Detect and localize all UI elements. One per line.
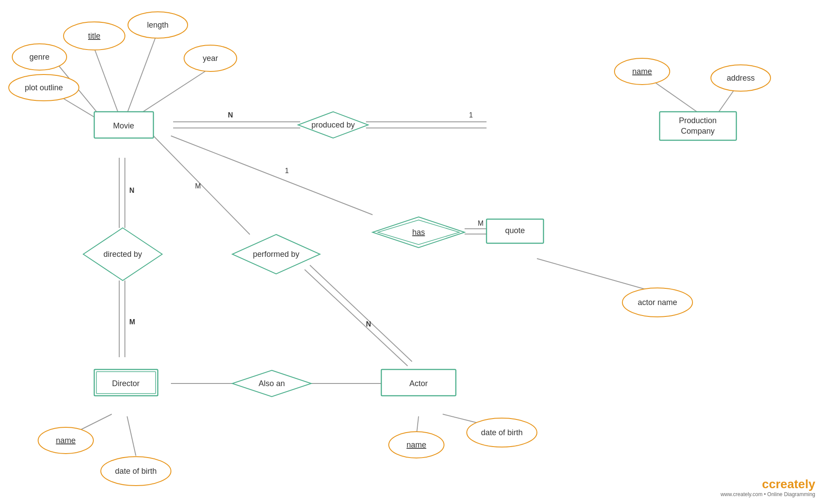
attr-actor-name: actor name	[638, 298, 677, 307]
attr-actor-dob: date of birth	[481, 428, 522, 437]
attr-length: length	[147, 21, 168, 29]
svg-text:N: N	[228, 111, 233, 119]
production-company-label1: Production	[679, 116, 717, 125]
attr-title: title	[88, 32, 100, 40]
brand-url: www.creately.com • Online Diagramming	[721, 491, 815, 497]
production-company-label2: Company	[681, 127, 714, 135]
attr-genre: genre	[29, 53, 50, 61]
attr-actor-name2: name	[406, 440, 426, 449]
svg-text:M: M	[478, 220, 483, 227]
attr-prod-address: address	[727, 74, 755, 82]
branding: ccreately www.creately.com • Online Diag…	[721, 477, 815, 497]
svg-text:1: 1	[285, 167, 289, 174]
attr-director-dob: date of birth	[115, 467, 156, 476]
movie-entity-label: Movie	[113, 121, 134, 130]
attr-plot-outline: plot outline	[25, 83, 63, 92]
has-label: has	[412, 228, 425, 237]
svg-text:N: N	[366, 320, 371, 328]
performed-by-label: performed by	[253, 250, 299, 259]
attr-year: year	[202, 54, 218, 63]
svg-text:M: M	[129, 318, 135, 326]
also-an-label: Also an	[259, 379, 285, 388]
svg-text:N: N	[129, 187, 135, 194]
svg-text:M: M	[195, 182, 201, 190]
quote-entity-label: quote	[505, 226, 525, 235]
produced-by-label: produced by	[311, 121, 355, 129]
brand-accent: c	[762, 477, 769, 491]
attr-director-name: name	[56, 436, 75, 445]
directed-by-label: directed by	[103, 250, 142, 259]
actor-entity-label: Actor	[409, 379, 428, 388]
svg-text:1: 1	[469, 111, 473, 119]
brand-name: ccreately	[721, 477, 815, 491]
director-entity-label: Director	[112, 379, 139, 388]
attr-prod-name: name	[632, 67, 652, 76]
